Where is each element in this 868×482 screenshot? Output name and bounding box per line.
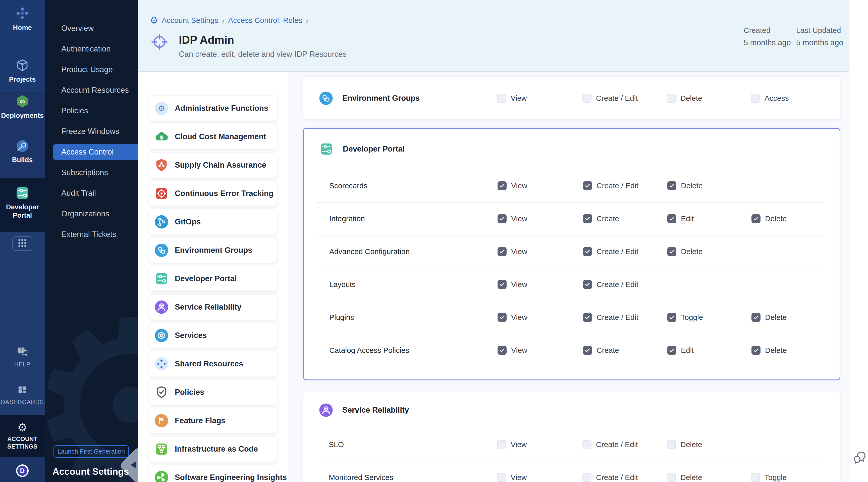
checkbox-advanced-configuration-view-checked[interactable] — [498, 247, 506, 256]
settings-nav-item-account-resources[interactable]: Account Resources — [45, 80, 138, 100]
resource-item-services[interactable]: Services — [149, 323, 277, 348]
rail-item-builds[interactable]: Builds — [0, 139, 45, 164]
resource-item-service-reliability[interactable]: Service Reliability — [149, 294, 277, 320]
checkbox-scorecards-create-edit-checked[interactable] — [583, 181, 592, 190]
checkbox-environment-groups-view-unchecked[interactable] — [497, 94, 506, 103]
settings-nav-item-label: Access Control — [61, 148, 114, 156]
checkbox-layouts-create-edit-checked[interactable] — [583, 280, 592, 289]
resource-item-developer-portal[interactable]: Developer Portal — [149, 266, 277, 292]
rail-item-projects[interactable]: Projects — [0, 58, 45, 84]
checkbox-environment-groups-delete-unchecked[interactable] — [667, 94, 676, 103]
launch-first-generation-button[interactable]: Launch First Generation — [54, 445, 129, 458]
rail-item-dashboards[interactable]: DASHBOARDS — [0, 385, 45, 406]
user-avatar[interactable]: D — [16, 464, 29, 477]
checkbox-slo-delete-unchecked[interactable] — [667, 440, 676, 449]
settings-nav-item-overview[interactable]: Overview — [45, 18, 138, 39]
checkbox-advanced-configuration-create-edit-checked[interactable] — [583, 247, 592, 256]
perm-plugins-delete: Delete — [751, 313, 787, 322]
resource-item-administrative-functions[interactable]: ⚙Administrative Functions — [149, 95, 277, 121]
checkbox-scorecards-delete-checked[interactable] — [667, 181, 676, 190]
module-rail: Home Projects ∞ Deployments Builds Devel… — [0, 0, 45, 482]
permissions-pane: Environment GroupsViewCreate / EditDelet… — [288, 72, 849, 482]
checkbox-environment-groups-create-edit-unchecked[interactable] — [583, 94, 591, 103]
resource-item-shared-resources[interactable]: Shared Resources — [149, 351, 277, 377]
sidebar-collapse-button[interactable] — [131, 461, 136, 469]
resource-item-continuous-error-tracking[interactable]: Continuous Error Tracking — [149, 181, 277, 206]
settings-nav-item-policies[interactable]: Policies — [45, 100, 138, 121]
permission-label: View — [511, 280, 527, 289]
checkbox-integration-edit-checked[interactable] — [667, 214, 676, 223]
checkbox-plugins-view-checked[interactable] — [498, 313, 506, 322]
resource-item-environment-groups[interactable]: Environment Groups — [149, 238, 277, 263]
resource-item-supply-chain-assurance[interactable]: Supply Chain Assurance — [149, 152, 277, 178]
shield-nodes-icon — [154, 158, 169, 172]
harness-logo-icon — [14, 5, 30, 21]
rail-item-deployments[interactable]: ∞ Deployments — [0, 93, 45, 120]
settings-nav-item-label: Freeze Windows — [61, 127, 119, 136]
checkbox-slo-view-unchecked[interactable] — [497, 440, 506, 449]
rail-item-home[interactable]: Home — [0, 5, 45, 32]
settings-nav-item-organizations[interactable]: Organizations — [45, 204, 138, 224]
permission-row-label: Scorecards — [329, 181, 367, 190]
settings-nav-item-freeze-windows[interactable]: Freeze Windows — [45, 121, 138, 142]
permission-row-slo: SLOViewCreate / EditDelete — [303, 428, 840, 461]
checkbox-catalog-access-policies-edit-checked[interactable] — [667, 346, 676, 355]
permission-row-label: Monitored Services — [329, 473, 393, 482]
checkbox-plugins-toggle-checked[interactable] — [667, 313, 676, 322]
rail-item-account-settings[interactable]: ⚙ ACCOUNT SETTINGS — [0, 422, 45, 450]
permission-row-label: Advanced Configuration — [329, 247, 410, 256]
resource-item-feature-flags[interactable]: Feature Flags — [149, 408, 277, 433]
checkbox-layouts-view-checked[interactable] — [498, 280, 506, 289]
checkbox-catalog-access-policies-view-checked[interactable] — [498, 346, 506, 355]
settings-nav-item-audit-trail[interactable]: Audit Trail — [45, 183, 138, 204]
permission-row-integration: IntegrationViewCreateEditDelete — [304, 202, 840, 235]
resource-item-cloud-cost-management[interactable]: $Cloud Cost Management — [149, 124, 277, 150]
permission-label: Toggle — [765, 473, 786, 482]
support-chat-icon[interactable] — [851, 449, 867, 466]
permission-label: Delete — [765, 346, 787, 355]
checkbox-advanced-configuration-delete-checked[interactable] — [667, 247, 676, 256]
settings-nav-item-product-usage[interactable]: Product Usage — [45, 59, 138, 80]
cube-icon — [15, 58, 30, 73]
perm-advanced-configuration-create-edit: Create / Edit — [583, 247, 639, 256]
rail-item-help[interactable]: ? HELP — [0, 345, 45, 368]
rail-item-label: Developer Portal — [6, 203, 39, 220]
checkbox-integration-create-checked[interactable] — [583, 214, 592, 223]
perm-scorecards-view: View — [498, 181, 527, 190]
resource-item-label: Administrative Functions — [175, 104, 268, 113]
perm-environment-groups-view: View — [497, 94, 527, 103]
settings-nav-item-label: Policies — [61, 106, 88, 115]
resource-item-software-engineering-insights[interactable]: Software Engineering Insights — [149, 465, 277, 482]
checkbox-monitored-services-create-edit-unchecked[interactable] — [583, 473, 591, 482]
breadcrumb-link-account-settings[interactable]: Account Settings — [162, 16, 218, 25]
resource-item-infrastructure-as-code[interactable]: Infrastructure as Code — [149, 436, 277, 462]
checkbox-integration-delete-checked[interactable] — [751, 214, 761, 223]
permission-card-title: Environment Groups — [342, 94, 420, 103]
module-picker-button[interactable] — [12, 236, 32, 251]
checkbox-monitored-services-delete-unchecked[interactable] — [667, 473, 676, 482]
permission-label: View — [511, 247, 527, 256]
resource-item-label: Software Engineering Insights — [175, 473, 287, 482]
resource-item-gitops[interactable]: GitOps — [149, 209, 277, 235]
checkbox-scorecards-view-checked[interactable] — [498, 181, 506, 190]
resource-item-label: Continuous Error Tracking — [175, 189, 274, 198]
resource-item-policies[interactable]: Policies — [149, 380, 277, 405]
checkbox-environment-groups-access-unchecked[interactable] — [751, 94, 760, 103]
resource-type-list: ⚙Administrative Functions$Cloud Cost Man… — [138, 72, 288, 482]
permission-label: View — [511, 313, 527, 322]
checkbox-monitored-services-toggle-unchecked[interactable] — [751, 473, 760, 482]
settings-nav-item-access-control[interactable]: Access Control — [45, 142, 138, 162]
checkbox-integration-view-checked[interactable] — [498, 214, 506, 223]
checkbox-plugins-create-edit-checked[interactable] — [583, 313, 592, 322]
settings-nav-item-external-tickets[interactable]: External Tickets — [45, 224, 138, 245]
checkbox-monitored-services-view-unchecked[interactable] — [497, 473, 506, 482]
settings-nav-item-subscriptions[interactable]: Subscriptions — [45, 162, 138, 183]
checkbox-catalog-access-policies-create-checked[interactable] — [583, 346, 592, 355]
breadcrumb-link-access-control-roles[interactable]: Access Control: Roles — [228, 16, 302, 25]
rail-item-developer-portal[interactable]: Developer Portal — [0, 185, 45, 220]
checkbox-slo-create-edit-unchecked[interactable] — [583, 440, 591, 449]
checkbox-plugins-delete-checked[interactable] — [751, 313, 761, 322]
settings-nav-item-authentication[interactable]: Authentication — [45, 39, 138, 59]
resource-item-label: Feature Flags — [175, 416, 225, 425]
checkbox-catalog-access-policies-delete-checked[interactable] — [751, 346, 761, 355]
